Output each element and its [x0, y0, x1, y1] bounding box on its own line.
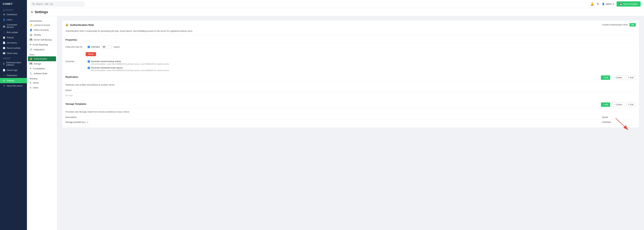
storage-icon: 💾	[30, 62, 32, 65]
sidebar-item-label: Recent activity	[7, 47, 20, 49]
sidebar-item-policies[interactable]: 📋 Policies	[0, 35, 27, 40]
sidebar-item-connected-devices[interactable]: 💻 Connected devices	[0, 22, 27, 30]
refresh-icon[interactable]: ↻	[597, 2, 599, 6]
settings-header-icon: ⚙	[31, 11, 33, 13]
sub-sidebar-item-label: Server	[33, 82, 39, 84]
storage-edit-button[interactable]: ✎ Edit	[626, 102, 636, 107]
keep-jobs-logs-row: Keep jobs logs for: Unlimited day(s)	[66, 45, 636, 49]
page-title: Settings	[35, 10, 48, 14]
app-logo: COMET	[0, 0, 27, 8]
missed-backup-label[interactable]: Generate missed backup entries	[88, 60, 170, 63]
keep-jobs-logs-label: Keep jobs logs for:	[66, 46, 86, 48]
sidebar-item-users[interactable]: 👤 Users	[0, 17, 27, 22]
sidebar-item-settings[interactable]: ⚙ Settings	[0, 78, 27, 83]
sidebar-item-download-client[interactable]: ⬇ Download client software	[0, 60, 27, 67]
days-input[interactable]	[102, 45, 112, 49]
search-icon: 🔍	[32, 3, 35, 5]
scheduled-email-checkbox[interactable]	[88, 67, 90, 69]
topbar-right: 🔔 ↻ 👤 admin ▾ 💾 Save Changes	[590, 1, 641, 7]
storage-templates-actions: + Add — Delete ✎ Edit	[601, 102, 636, 107]
main-content: 🔐 Authentication Role Enable Authenticat…	[57, 16, 644, 230]
replication-delete-button[interactable]: — Delete	[612, 75, 624, 80]
tenants-icon: 🏢	[30, 34, 32, 36]
sub-sidebar-item-label: License & Access	[34, 24, 50, 26]
license-icon: 🔑	[30, 24, 32, 26]
enable-auth-role-container: Enable Authentication Role: On	[602, 23, 636, 27]
storage-add-button[interactable]: + Add	[601, 102, 610, 107]
replication-edit-button[interactable]: ✎ Edit	[626, 75, 636, 80]
storage-delete-button[interactable]: — Delete	[612, 102, 624, 107]
generate-item-scheduled-email: Generate scheduled email reports Recomme…	[88, 67, 170, 71]
user-menu[interactable]: 👤 admin ▾	[602, 3, 614, 5]
sub-sidebar-item-constellation[interactable]: ✦ Constellation	[27, 66, 57, 71]
sub-sidebar-item-storage[interactable]: 💾 Storage	[27, 61, 57, 66]
sub-sidebar-item-server-self-backup[interactable]: 💾 Server Self-Backup	[27, 37, 57, 42]
sidebar-item-about-server[interactable]: ℹ About this server	[0, 83, 27, 88]
enable-auth-label: Enable Authentication Role:	[602, 24, 628, 26]
days-unit: day(s)	[114, 46, 120, 48]
enable-auth-toggle[interactable]: On	[630, 23, 636, 27]
sidebar-item-label: Job history	[7, 42, 17, 44]
generate-items: Generate missed backup entries Recommend…	[88, 60, 170, 71]
integrations-icon: 🔗	[30, 48, 32, 51]
sub-sidebar-item-label: Integrations	[34, 48, 44, 51]
replication-content: Replicate user profiles and policies to …	[66, 81, 636, 98]
sidebar-item-replication[interactable]: ↔ Replication	[0, 73, 27, 78]
constellation-icon: ✦	[30, 67, 32, 70]
notifications-icon[interactable]: 🔔	[590, 2, 594, 6]
sub-sidebar-item-label: Email Reporting	[33, 44, 48, 46]
sub-sidebar-item-branding-client[interactable]: ⊙ Client	[27, 85, 57, 90]
accounts-section-label: Accounts	[0, 8, 27, 12]
replication-no-data: No data	[66, 93, 636, 98]
auth-role-icon: 🔐	[66, 23, 69, 26]
software-build-icon: 🔧	[30, 72, 32, 75]
unlimited-checkbox[interactable]	[88, 46, 90, 48]
sub-sidebar-item-label: Tenants	[34, 34, 41, 36]
sub-sidebar-item-license[interactable]: 🔑 License & Access	[27, 23, 57, 28]
authentication-icon: 🔐	[30, 58, 32, 60]
storage-description: Storage provided by (...)	[66, 121, 602, 123]
search-box[interactable]: 🔍	[30, 2, 84, 6]
missed-backup-checkbox[interactable]	[88, 60, 90, 63]
sidebar-item-label: Server logs	[7, 69, 17, 71]
about-icon: ℹ	[3, 84, 6, 87]
replication-description: Replicate user profiles and policies to …	[66, 84, 636, 86]
sub-sidebar-item-authentication[interactable]: 🔐 Authentication	[28, 56, 56, 61]
generate-row: Generate: Generate missed backup entries…	[66, 60, 636, 71]
auth-role-title: 🔐 Authentication Role	[66, 23, 94, 26]
sub-sidebar-item-branding-server[interactable]: ⊙ Server	[27, 80, 57, 85]
user-icon: 👤	[602, 3, 604, 5]
replication-add-button[interactable]: + Add	[601, 75, 610, 80]
sub-sidebar-item-admin-accounts[interactable]: 👤 Admin Accounts	[27, 28, 57, 32]
scheduled-email-label[interactable]: Generate scheduled email reports	[88, 67, 170, 69]
sidebar-item-label: About this server	[7, 85, 22, 87]
page-header: ⚙ Settings	[27, 8, 644, 16]
job-history-icon: 📄	[3, 42, 6, 44]
sidebar-item-dashboard[interactable]: ⊞ Dashboard	[0, 12, 27, 17]
sidebar-item-server-logs[interactable]: 📄 Server logs	[0, 67, 27, 73]
sub-sidebar-item-integrations[interactable]: 🔗 Integrations	[27, 47, 57, 52]
properties-title: Properties	[66, 39, 636, 43]
server-section-label: Server	[0, 56, 27, 60]
sub-sidebar-item-label: Storage	[34, 63, 41, 65]
sidebar-item-bulk-update[interactable]: ↑ Bulk update	[0, 30, 27, 35]
sub-sidebar-item-label: Admin Accounts	[34, 29, 49, 31]
sidebar-item-label: Dashboard	[7, 13, 17, 16]
recent-activity-icon: 🕐	[3, 47, 6, 49]
auth-role-body: 🔐 Authentication Role Enable Authenticat…	[62, 20, 639, 128]
save-changes-button[interactable]: 💾 Save Changes	[616, 1, 641, 7]
search-input[interactable]	[36, 3, 82, 5]
admin-accounts-icon: 👤	[30, 29, 32, 31]
sub-sidebar-item-tenants[interactable]: 🏢 Tenants	[27, 32, 57, 37]
reset-button[interactable]: Reset	[86, 52, 96, 56]
sidebar-item-label: Connected devices	[7, 24, 24, 28]
sidebar-item-job-history[interactable]: 📄 Job history	[0, 40, 27, 45]
users-icon: 👤	[3, 18, 6, 21]
sub-sidebar-item-software-build[interactable]: 🔧 Software Build	[27, 71, 57, 76]
sidebar-item-client-news[interactable]: 📰 Client news	[0, 51, 27, 56]
unlimited-checkbox-label[interactable]: Unlimited	[88, 46, 100, 48]
sub-sidebar-item-email-reporting[interactable]: ✉ Email Reporting	[27, 42, 57, 47]
sidebar: COMET Accounts ⊞ Dashboard 👤 Users 💻 Con…	[0, 0, 27, 230]
storage-templates-description: Provision new Storage Vaults from servic…	[66, 111, 636, 113]
sidebar-item-recent-activity[interactable]: 🕐 Recent activity	[0, 45, 27, 51]
